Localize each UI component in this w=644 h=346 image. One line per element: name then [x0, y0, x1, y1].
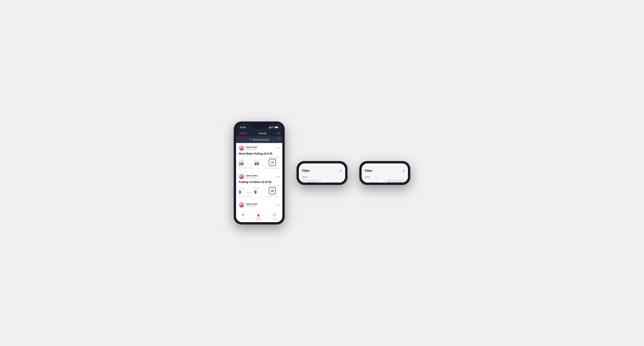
- filter-overlay: Filter✕ShowRoundsPractice DrillsRoundsPr…: [299, 164, 345, 182]
- card-info: i Test Information: [239, 195, 252, 197]
- filter-show-option-rounds[interactable]: Rounds: [302, 180, 321, 182]
- shot-quality-group: Shot Quality45: [268, 185, 280, 194]
- status-icons: [269, 126, 278, 128]
- score-group: Score10: [239, 160, 244, 166]
- shots-label: Shots: [254, 188, 260, 190]
- filter-close-button[interactable]: ✕: [402, 169, 405, 173]
- out-of-label: OUT OF: [246, 164, 252, 165]
- card-header: Josh Coles28 Feb 2023•••: [239, 174, 280, 179]
- phone-3: 11:33clippdActivity≡Viewing ActivitiesFi…: [359, 161, 410, 185]
- filter-sheet: Filter✕ShowRoundsPractice DrillsRoundsPr…: [299, 164, 345, 182]
- filter-title: Filter: [365, 169, 372, 173]
- card-title: Must Make Putting (3-6 ft): [239, 152, 280, 155]
- shot-quality-group: Shot Quality75: [268, 157, 280, 166]
- nav-icon-capture: [273, 213, 276, 217]
- card-header: Josh Coles28 Feb 2023•••: [239, 145, 280, 151]
- score-label: Score: [239, 188, 244, 190]
- user-name: Josh Coles: [246, 203, 258, 205]
- card-stats: Score0OUT OFShots9Shot Quality45: [239, 185, 280, 194]
- shots-value: 20: [254, 162, 260, 166]
- avatar: [239, 202, 244, 208]
- user-name: Josh Coles: [246, 174, 258, 177]
- card-user: Josh Coles28 Feb 2023: [239, 174, 258, 179]
- shots-group: Shots9: [254, 188, 260, 194]
- filter-close-button[interactable]: ✕: [340, 169, 342, 173]
- nav-label-home: Home: [241, 218, 245, 219]
- filter-overlay: Filter✕ShowRoundsPractice DrillsPractice…: [362, 164, 408, 182]
- nav-label-capture: Capture: [272, 218, 277, 220]
- score-label: Score: [239, 160, 244, 161]
- score-group: Score0: [239, 188, 244, 194]
- menu-icon[interactable]: ≡: [278, 132, 279, 135]
- svg-point-14: [258, 214, 259, 215]
- nav-title: Activity: [258, 132, 266, 135]
- nav-item-capture[interactable]: Capture: [272, 213, 277, 220]
- svg-rect-6: [275, 127, 278, 128]
- filter-show-label: Show: [365, 176, 405, 178]
- out-of-label: OUT OF: [246, 192, 252, 193]
- card-data-source: Data: Clippd Capture: [265, 167, 280, 169]
- filter-show-group: RoundsPractice Drills: [365, 180, 405, 182]
- shot-quality-label: Shot Quality: [268, 185, 280, 187]
- filter-title: Filter: [302, 169, 310, 173]
- phone-2-screen: 11:33clippdActivity≡Viewing ActivitiesFi…: [299, 164, 345, 182]
- activity-card-2: Josh Coles28 Feb 2023•••Putting Combine …: [236, 172, 282, 200]
- filter-show-option-practice-drills[interactable]: Practice Drills: [323, 180, 342, 182]
- card-data-source: Data: Clippd Capture: [265, 195, 280, 197]
- scene: 11:33clippdActivity≡Viewing ActivitiesJo…: [222, 110, 422, 236]
- viewing-activities-bar[interactable]: Viewing Activities: [236, 136, 282, 143]
- nav-label-activities: Activities: [256, 218, 262, 220]
- user-info: Josh Coles28 Feb 2023: [246, 146, 258, 150]
- user-info: Josh Coles28 Feb 2023: [246, 203, 258, 207]
- svg-text:i: i: [240, 167, 240, 169]
- filter-show-section: ShowRoundsPractice Drills: [365, 176, 405, 182]
- svg-rect-0: [269, 128, 270, 128]
- avatar: [239, 145, 244, 151]
- bottom-nav: HomeActivitiesCapture: [236, 211, 282, 222]
- user-date: 28 Feb 2023: [246, 205, 258, 207]
- svg-rect-5: [278, 127, 278, 128]
- filter-show-option-practice-drills[interactable]: Practice Drills: [386, 180, 405, 182]
- user-name: Josh Coles: [246, 146, 258, 148]
- score-value: 10: [239, 162, 244, 166]
- shots-value: 9: [254, 190, 260, 194]
- phone-1-screen: 11:33clippdActivity≡Viewing ActivitiesJo…: [236, 124, 282, 222]
- card-info: i Test Information: [239, 167, 252, 169]
- avatar: [239, 174, 244, 179]
- notification-dot: [279, 138, 280, 139]
- filter-icon: [249, 138, 252, 141]
- card-title: Putting Combine (3-15 ft): [239, 180, 280, 183]
- nav-item-home[interactable]: Home: [241, 213, 245, 220]
- filter-show-option-rounds[interactable]: Rounds: [365, 180, 384, 182]
- shot-quality-badge: 75: [269, 159, 276, 166]
- more-options-button[interactable]: •••: [277, 175, 280, 178]
- viewing-activities-text: Viewing Activities: [253, 139, 269, 141]
- svg-text:i: i: [240, 196, 240, 197]
- app-logo: clippd: [239, 132, 247, 135]
- more-options-button[interactable]: •••: [277, 203, 280, 206]
- card-footer: i Test InformationData: Clippd Capture: [239, 195, 280, 197]
- card-header: Josh Coles28 Feb 2023•••: [239, 202, 280, 208]
- card-stats: Score10OUT OFShots20Shot Quality75: [239, 157, 280, 166]
- shot-quality-label: Shot Quality: [268, 157, 280, 159]
- shot-quality-badge: 45: [269, 187, 276, 194]
- nav-bar: clippdActivity≡: [236, 130, 282, 136]
- svg-rect-2: [270, 127, 270, 128]
- card-footer: i Test InformationData: Clippd Capture: [239, 167, 280, 169]
- filter-header: Filter✕: [302, 169, 342, 173]
- notch: [250, 124, 268, 129]
- filter-show-group: RoundsPractice Drills: [302, 180, 342, 182]
- filter-header: Filter✕: [365, 169, 405, 173]
- filter-sheet: Filter✕ShowRoundsPractice DrillsPractice…: [362, 164, 408, 182]
- nav-icon-activities: [257, 213, 260, 217]
- filter-show-section: ShowRoundsPractice Drills: [302, 176, 342, 182]
- filter-show-label: Show: [302, 176, 342, 178]
- more-options-button[interactable]: •••: [277, 147, 280, 150]
- phone-2: 11:33clippdActivity≡Viewing ActivitiesFi…: [296, 161, 348, 185]
- user-date: 28 Feb 2023: [246, 177, 258, 179]
- shots-label: Shots: [254, 160, 260, 161]
- nav-item-activities[interactable]: Activities: [256, 213, 262, 220]
- card-user: Josh Coles28 Feb 2023: [239, 202, 258, 208]
- activity-card-1: Josh Coles28 Feb 2023•••Must Make Puttin…: [236, 143, 282, 172]
- shots-group: Shots20: [254, 160, 260, 166]
